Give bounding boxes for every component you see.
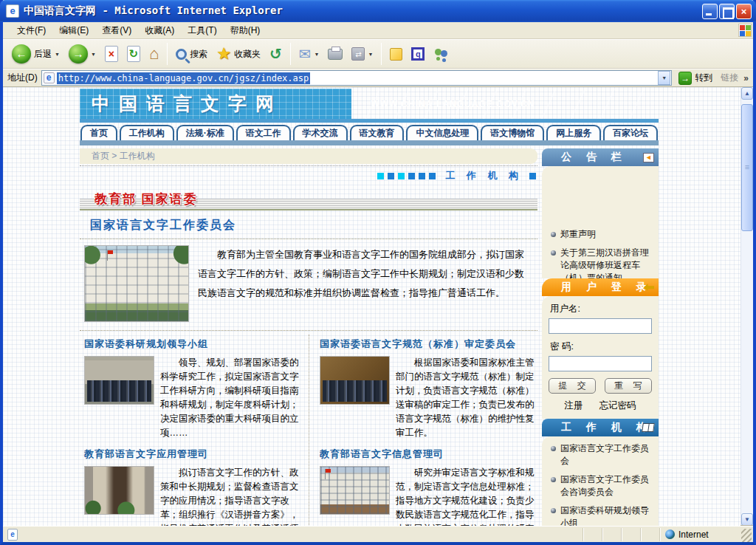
favorites-button[interactable]: ★ 收藏夹 [213, 44, 264, 64]
tab-language-work[interactable]: 语文工作 [236, 125, 291, 140]
stop-icon: × [105, 46, 118, 62]
go-arrow-icon: → [678, 72, 692, 85]
address-input[interactable]: e http://www.china-language.gov.cn/jgsz/… [41, 70, 673, 86]
login-panel-header: 用 户 登 录 [542, 278, 659, 296]
history-button[interactable]: ↺ [267, 45, 285, 63]
toolbar-separator [381, 43, 382, 65]
menu-help[interactable]: 帮助(H) [224, 22, 267, 39]
close-button[interactable]: × [736, 4, 752, 19]
edit-dropdown-icon[interactable]: ▼ [368, 52, 373, 57]
tab-forum[interactable]: 百家论坛 [603, 125, 658, 140]
scroll-up-icon[interactable]: ▲ [741, 87, 753, 100]
print-button[interactable] [325, 47, 346, 61]
messenger-button[interactable] [430, 46, 453, 62]
go-button[interactable]: → 转到 [676, 71, 715, 86]
browser-viewport: 中国语言文字网 WWW.CHINA-LANGUAGE.GOV.CN 首页 工作机… [3, 87, 753, 526]
org-section-text: 拟订语言文字工作的方针、政策和中长期规划；监督检查语言文字的应用情况；指导语言文… [160, 466, 300, 526]
org-section-text: 领导、规划、部署国家语委的科学研究工作，拟定国家语言文字工作科研方向，编制科研项… [160, 356, 300, 440]
org-section-text: 研究并审定语言文字标准和规范，制定语言文字信息处理标准；指导地方文字规范化建设；… [396, 466, 536, 526]
menu-tools[interactable]: 工具(T) [181, 22, 223, 39]
breadcrumb-home-link[interactable]: 首页 [92, 151, 109, 161]
login-title: 用 户 登 录 [561, 281, 653, 294]
address-url-text[interactable]: http://www.china-language.gov.cn/jgsz/in… [57, 72, 311, 84]
password-label: 密 码: [550, 340, 652, 353]
status-pane [641, 528, 660, 541]
maximize-button[interactable] [719, 4, 735, 19]
stop-button[interactable]: × [102, 44, 121, 64]
tab-museum[interactable]: 语文博物馆 [481, 125, 544, 140]
home-button[interactable]: ⌂ [146, 44, 162, 64]
notice-item[interactable]: 郑重声明 [542, 225, 659, 244]
scrollbar-track[interactable] [741, 231, 753, 513]
minimize-button[interactable] [702, 4, 718, 19]
tab-academic[interactable]: 学术交流 [293, 125, 348, 140]
forward-icon: → [69, 44, 88, 64]
notice-panel-body: 郑重声明 关于第三期汉语拼音理论高级研修班返程车（机）票的通知 [542, 166, 659, 278]
page-area: 中国语言文字网 WWW.CHINA-LANGUAGE.GOV.CN 首页 工作机… [3, 87, 740, 526]
marker-square-icon [398, 173, 405, 179]
forward-button[interactable]: → ▼ [66, 43, 99, 65]
menu-bar: 文件(F) 编辑(E) 查看(V) 收藏(A) 工具(T) 帮助(H) [3, 22, 753, 39]
tab-regulations[interactable]: 法规·标准 [176, 125, 234, 140]
vertical-scrollbar[interactable]: ▲ ▼ [740, 87, 753, 526]
breadcrumb: 首页 > 工作机构 [80, 148, 537, 164]
scroll-down-icon[interactable]: ▼ [741, 513, 753, 526]
q-tool-button[interactable]: q [408, 46, 427, 62]
menu-favorites[interactable]: 收藏(A) [138, 22, 181, 39]
book-icon [642, 423, 655, 432]
status-pane [622, 528, 641, 541]
org-link[interactable]: 国家语委科研规划领导小组 [542, 501, 659, 526]
menu-file[interactable]: 文件(F) [10, 22, 52, 39]
main-content: 首页 > 工作机构 工 作 机 构 [80, 148, 537, 526]
status-pane [602, 528, 622, 541]
back-dropdown-icon[interactable]: ▼ [55, 52, 60, 57]
heading-ministry-text: 教育部 国家语委 [80, 191, 537, 208]
zone-label: Internet [678, 529, 709, 540]
forgot-password-link[interactable]: 忘记密码 [599, 400, 636, 412]
tab-org[interactable]: 工作机构 [120, 125, 174, 140]
address-label: 地址(D) [7, 72, 38, 84]
menu-view[interactable]: 查看(V) [95, 22, 138, 39]
back-label: 后退 [34, 48, 52, 61]
edit-button[interactable]: ⇄ ▼ [348, 46, 376, 62]
note-icon [390, 48, 402, 61]
mail-dropdown-icon[interactable]: ▼ [314, 52, 319, 57]
address-dropdown-icon[interactable]: ▼ [658, 71, 670, 85]
building-photo [84, 245, 189, 322]
tab-education[interactable]: 语文教育 [350, 125, 405, 140]
resize-grip[interactable] [741, 529, 752, 542]
forward-dropdown-icon[interactable]: ▼ [91, 52, 96, 57]
tab-online-service[interactable]: 网上服务 [546, 125, 601, 140]
org-link[interactable]: 国家语言文字工作委员会咨询委员会 [542, 470, 659, 501]
discuss-button[interactable] [387, 47, 405, 62]
links-label[interactable]: 链接 [719, 72, 740, 84]
password-field[interactable] [549, 356, 652, 371]
title-bar[interactable]: e 中国语言文字网 - Microsoft Internet Explorer … [0, 0, 756, 22]
org-section: 国家语委科研规划领导小组 领导、规划、部署国家语委的科学研究工作，拟定国家语言文… [81, 335, 300, 445]
ie-logo-icon: e [6, 4, 19, 18]
tab-home[interactable]: 首页 [80, 125, 117, 140]
register-link[interactable]: 注册 [565, 400, 583, 412]
submit-button[interactable]: 提 交 [549, 378, 596, 394]
refresh-button[interactable]: ↻ [124, 44, 143, 64]
notice-item[interactable]: 关于第三期汉语拼音理论高级研修班返程车（机）票的通知 [542, 244, 659, 278]
star-icon: ★ [216, 46, 231, 62]
back-button[interactable]: ← 后退 ▼ [9, 43, 63, 65]
username-field[interactable] [549, 318, 652, 334]
tab-info-processing[interactable]: 中文信息处理 [406, 125, 478, 140]
scrollbar-thumb[interactable] [741, 104, 753, 231]
reset-button[interactable]: 重 写 [605, 378, 652, 394]
marker-square-icon [419, 173, 425, 179]
marker-square-icon [408, 173, 415, 179]
messenger-people-icon [433, 47, 450, 61]
org-link[interactable]: 国家语言文字工作委员会 [542, 439, 659, 470]
status-left-pane: e [4, 528, 583, 541]
mail-button[interactable]: ✉ ▼ [296, 45, 323, 63]
menu-edit[interactable]: 编辑(E) [52, 22, 95, 39]
marker-square-icon [388, 173, 394, 179]
org-section-title: 教育部语言文字信息管理司 [320, 448, 536, 461]
tabbar-strip [80, 140, 659, 145]
site-name: 中国语言文字网 [80, 92, 283, 116]
search-button[interactable]: 搜索 [173, 47, 210, 62]
links-chevron-icon[interactable]: » [743, 73, 750, 83]
